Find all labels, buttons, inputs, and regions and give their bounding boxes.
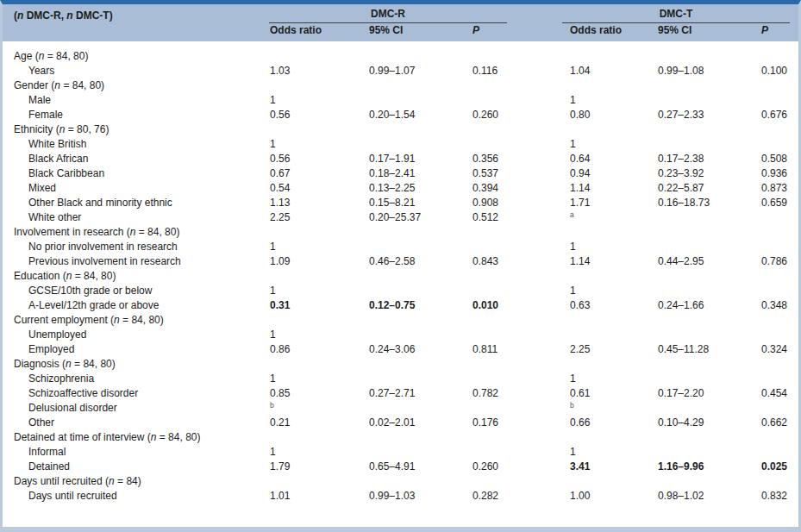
odds-ratio-cell: 0.67 bbox=[261, 166, 360, 181]
table-row: White other2.250.20–25.370.512a bbox=[3, 210, 798, 225]
ci-cell: 0.44–2.95 bbox=[649, 254, 753, 269]
ci-cell: 0.10–4.29 bbox=[649, 416, 753, 430]
row-label: No prior involvement in research bbox=[3, 240, 261, 254]
row-label: Previous involvement in research bbox=[3, 254, 261, 269]
ci-cell bbox=[649, 284, 753, 298]
odds-ratio-cell: 1.04 bbox=[561, 64, 649, 78]
odds-ratio-cell: b bbox=[261, 401, 360, 416]
ci-cell bbox=[360, 284, 464, 298]
ci-cell: 0.22–5.87 bbox=[649, 181, 753, 196]
p-cell bbox=[753, 210, 798, 225]
p-cell bbox=[753, 225, 798, 240]
table-row: No prior involvement in research11 bbox=[3, 240, 798, 254]
p-cell bbox=[753, 284, 798, 298]
table-row: A-Level/12th grade or above0.310.12–0.75… bbox=[3, 298, 798, 313]
p-cell bbox=[464, 328, 561, 342]
p-cell bbox=[753, 401, 798, 416]
ci-cell bbox=[649, 401, 753, 416]
odds-ratio-cell: 0.31 bbox=[261, 298, 360, 313]
p-cell: 0.782 bbox=[464, 386, 561, 401]
p-cell: 0.010 bbox=[464, 298, 561, 313]
table-row: Other Black and minority ethnic1.130.15–… bbox=[3, 196, 798, 210]
p-cell bbox=[753, 328, 798, 342]
odds-ratio-cell: 0.21 bbox=[261, 416, 360, 430]
p-cell: 0.348 bbox=[753, 298, 798, 313]
odds-ratio-cell bbox=[261, 41, 360, 64]
row-label: Schizophrenia bbox=[3, 372, 261, 386]
odds-ratio-cell: 1.14 bbox=[561, 181, 649, 196]
ci-cell: 0.16–18.73 bbox=[649, 196, 753, 210]
odds-ratio-cell: 1 bbox=[561, 372, 649, 386]
ci-cell: 0.99–1.03 bbox=[360, 489, 464, 504]
ci-cell: 0.99–1.08 bbox=[649, 64, 753, 78]
odds-ratio-cell bbox=[261, 225, 360, 240]
ci-cell bbox=[649, 240, 753, 254]
ci-cell: 0.15–8.21 bbox=[360, 196, 464, 210]
table-header: (n DMC-R, n DMC-T) DMC-R DMC-T Odds rati… bbox=[3, 4, 798, 41]
odds-ratio-cell bbox=[261, 474, 360, 489]
p-cell bbox=[464, 474, 561, 489]
p-cell: 0.832 bbox=[753, 489, 798, 504]
row-label: A-Level/12th grade or above bbox=[3, 298, 261, 313]
row-label: Detained at time of interview (n = 84, 8… bbox=[3, 430, 261, 445]
row-label: Gender (n = 84, 80) bbox=[3, 78, 261, 93]
col-header-odds-ratio-dmct: Odds ratio bbox=[561, 24, 649, 41]
p-cell bbox=[753, 122, 798, 137]
stub-header: (n DMC-R, n DMC-T) bbox=[3, 4, 261, 41]
p-cell bbox=[753, 41, 798, 64]
group-header-dmct: DMC-T bbox=[561, 4, 798, 24]
row-label: Age (n = 84, 80) bbox=[3, 41, 261, 64]
odds-ratio-cell: 1 bbox=[261, 93, 360, 108]
ci-cell bbox=[360, 225, 464, 240]
table-row: Mixed0.540.13–2.250.3941.140.22–5.870.87… bbox=[3, 181, 798, 196]
p-cell bbox=[753, 445, 798, 460]
section-row: Current employment (n = 84, 80) bbox=[3, 313, 798, 328]
section-row: Age (n = 84, 80) bbox=[3, 41, 798, 64]
ci-cell bbox=[649, 474, 753, 489]
table-row: Black African0.560.17–1.910.3560.640.17–… bbox=[3, 152, 798, 166]
p-cell bbox=[464, 313, 561, 328]
regression-results-table: (n DMC-R, n DMC-T) DMC-R DMC-T Odds rati… bbox=[3, 4, 798, 504]
table-row: GCSE/10th grade or below11 bbox=[3, 284, 798, 298]
odds-ratio-cell bbox=[561, 122, 649, 137]
p-cell: 0.676 bbox=[753, 108, 798, 122]
row-label: Delusional disorder bbox=[3, 401, 261, 416]
row-label: White other bbox=[3, 210, 261, 225]
odds-ratio-cell: 0.63 bbox=[561, 298, 649, 313]
p-cell bbox=[464, 357, 561, 372]
footnote-marker: b bbox=[270, 401, 274, 410]
row-label: Days until recruited bbox=[3, 489, 261, 504]
col-header-ci-dmct: 95% CI bbox=[649, 24, 753, 41]
odds-ratio-cell: 1.13 bbox=[261, 196, 360, 210]
p-cell: 0.394 bbox=[464, 181, 561, 196]
odds-ratio-cell bbox=[261, 430, 360, 445]
odds-ratio-cell: b bbox=[561, 401, 649, 416]
row-label: Diagnosis (n = 84, 80) bbox=[3, 357, 261, 372]
ci-cell: 0.12–0.75 bbox=[360, 298, 464, 313]
odds-ratio-cell: 0.61 bbox=[561, 386, 649, 401]
row-label: Male bbox=[3, 93, 261, 108]
table-row: Employed0.860.24–3.060.8112.250.45–11.28… bbox=[3, 342, 798, 357]
p-cell bbox=[753, 269, 798, 284]
row-label: Employed bbox=[3, 342, 261, 357]
p-cell: 0.936 bbox=[753, 166, 798, 181]
p-cell: 0.659 bbox=[753, 196, 798, 210]
section-row: Gender (n = 84, 80) bbox=[3, 78, 798, 93]
odds-ratio-cell bbox=[561, 357, 649, 372]
ci-cell: 0.46–2.58 bbox=[360, 254, 464, 269]
ci-cell bbox=[360, 328, 464, 342]
p-cell bbox=[464, 122, 561, 137]
odds-ratio-cell: 3.41 bbox=[561, 460, 649, 474]
ci-cell bbox=[360, 137, 464, 152]
ci-cell: 0.27–2.71 bbox=[360, 386, 464, 401]
ci-cell bbox=[649, 225, 753, 240]
odds-ratio-cell: 1.79 bbox=[261, 460, 360, 474]
ci-cell: 1.16–9.96 bbox=[649, 460, 753, 474]
odds-ratio-cell: 1.14 bbox=[561, 254, 649, 269]
section-row: Education (n = 84, 80) bbox=[3, 269, 798, 284]
table-row: Detained1.790.65–4.910.2603.411.16–9.960… bbox=[3, 460, 798, 474]
p-cell bbox=[753, 430, 798, 445]
p-cell bbox=[464, 78, 561, 93]
p-cell: 0.537 bbox=[464, 166, 561, 181]
table-row: Other0.210.02–2.010.1760.660.10–4.290.66… bbox=[3, 416, 798, 430]
